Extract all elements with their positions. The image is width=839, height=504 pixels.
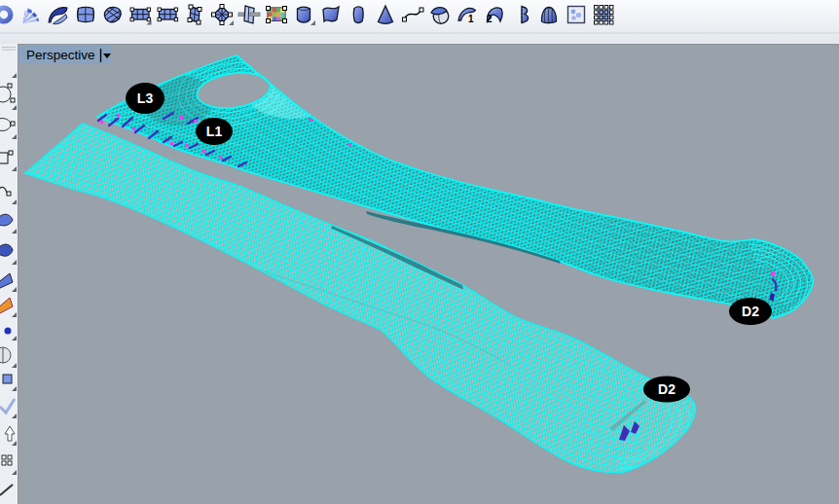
svg-text:D2: D2: [742, 304, 759, 319]
svg-text:2: 2: [487, 14, 492, 24]
svg-text:L3: L3: [137, 90, 154, 106]
svg-text:Perspective: Perspective: [26, 48, 95, 62]
svg-text:L1: L1: [206, 124, 223, 139]
svg-text:D2: D2: [658, 381, 675, 397]
svg-text:1: 1: [468, 14, 474, 24]
